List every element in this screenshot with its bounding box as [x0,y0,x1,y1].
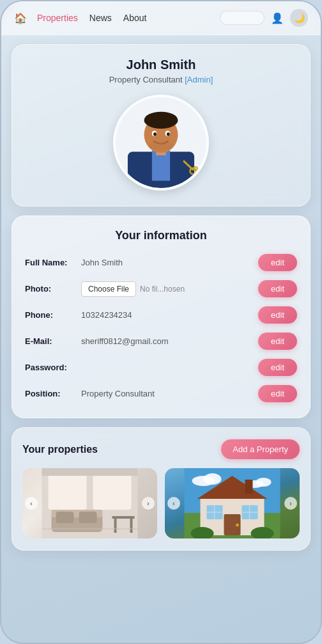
profile-role: Property Consultant [Admin] [22,75,300,84]
properties-section: Your properties Add a Property [12,427,310,551]
photo-label: Photo: [25,284,76,294]
choose-file-button[interactable]: Choose File [81,281,136,297]
property-1-prev[interactable]: ‹ [25,497,38,510]
email-label: E-Mail: [25,336,76,346]
svg-point-29 [204,473,222,485]
info-row-phone: Phone: 10324234234 edit [25,306,297,324]
admin-badge: [Admin] [185,75,213,84]
dark-mode-toggle[interactable]: 🌙 [290,9,308,27]
svg-rect-17 [93,475,132,510]
properties-header: Your properties Add a Property [22,439,300,459]
svg-rect-24 [114,519,117,533]
phone-value: 10324234234 [81,310,253,320]
user-icon[interactable]: 👤 [268,10,286,27]
edit-phone-button[interactable]: edit [258,306,297,324]
svg-point-31 [256,478,272,487]
edit-fullname-button[interactable]: edit [258,254,297,271]
property-image-2 [165,468,300,538]
svg-point-6 [144,112,178,129]
property-cards: ‹ › [22,468,300,538]
info-row-password: Password: edit [25,359,297,376]
svg-rect-25 [130,519,133,533]
info-title: Your information [25,229,297,242]
search-bar [220,11,264,25]
phone-frame: 🏠 Properties News About 👤 🌙 John Smith P… [0,0,322,644]
svg-rect-35 [245,480,253,494]
home-icon[interactable]: 🏠 [14,12,27,24]
edit-password-button[interactable]: edit [258,359,297,376]
file-input-wrapper: Choose File No fil...hosen [81,281,253,297]
info-row-position: Position: Property Consultant edit [25,385,297,402]
properties-title: Your properties [22,444,98,455]
svg-point-10 [167,132,170,136]
edit-photo-button[interactable]: edit [258,280,297,297]
add-property-button[interactable]: Add a Property [221,439,300,459]
property-1-next[interactable]: › [142,497,155,510]
edit-email-button[interactable]: edit [258,333,297,350]
file-name-text: No fil...hosen [140,285,185,294]
property-2-next[interactable]: › [284,497,297,510]
fullname-value: John Smith [81,258,253,267]
info-row-photo: Photo: Choose File No fil...hosen edit [25,280,297,297]
password-label: Password: [25,363,76,372]
phone-label: Phone: [25,310,76,320]
edit-position-button[interactable]: edit [258,385,297,402]
info-row-fullname: Full Name: John Smith edit [25,254,297,271]
svg-point-11 [149,141,173,150]
info-row-email: E-Mail: sheriff0812@gmail.com edit [25,333,297,350]
property-2-prev[interactable]: ‹ [167,497,180,510]
profile-role-text: Property Consultant [109,75,183,84]
fullname-label: Full Name: [25,258,76,267]
navbar: 🏠 Properties News About 👤 🌙 [1,1,321,35]
email-value: sheriff0812@gmail.com [81,336,253,346]
nav-link-news[interactable]: News [86,12,116,24]
nav-link-properties[interactable]: Properties [33,12,82,24]
property-image-1 [22,468,157,538]
svg-rect-23 [112,516,135,519]
svg-rect-16 [49,475,87,510]
profile-section: John Smith Property Consultant [Admin] [12,44,310,207]
nav-link-about[interactable]: About [119,12,151,24]
profile-name: John Smith [22,58,300,72]
property-card-2[interactable]: ‹ › [165,468,300,538]
avatar-image [116,97,206,188]
property-card-1[interactable]: ‹ › [22,468,157,538]
svg-rect-21 [56,512,74,523]
position-value: Property Consultant [81,389,253,398]
svg-rect-18 [42,468,138,476]
svg-point-9 [153,132,157,136]
position-label: Position: [25,389,76,398]
info-section: Your information Full Name: John Smith e… [12,216,310,418]
svg-rect-22 [79,512,97,523]
svg-point-43 [236,524,239,527]
avatar [113,95,209,191]
